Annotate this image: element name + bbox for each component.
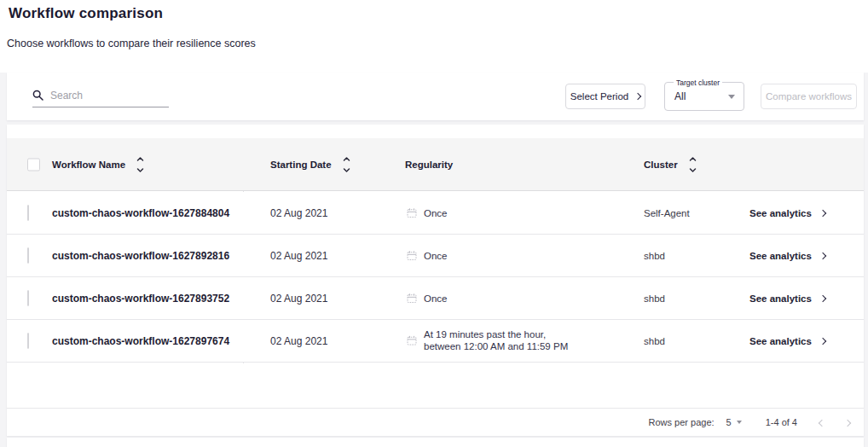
select-all-checkbox[interactable]: [27, 158, 40, 171]
next-page-button[interactable]: [845, 417, 850, 427]
calendar-icon: [407, 251, 417, 261]
regularity-text: Once: [424, 249, 448, 262]
select-period-label: Select Period: [570, 91, 628, 102]
sort-desc-icon: [689, 167, 697, 172]
regularity-text: At 19 minutes past the hour, between 12:…: [424, 328, 568, 354]
sort-workflow-name[interactable]: [136, 156, 144, 172]
see-analytics-link[interactable]: See analytics: [749, 251, 825, 261]
toolbar-card: Select Period Target cluster All Compare…: [7, 73, 864, 120]
workflow-name: custom-chaos-workflow-1627892816: [52, 250, 229, 262]
see-analytics-label: See analytics: [749, 251, 812, 261]
column-header-regularity: Regularity: [405, 160, 453, 170]
see-analytics-label: See analytics: [749, 336, 812, 346]
target-cluster-label: Target cluster: [674, 78, 722, 87]
table-header-row: Workflow Name Starting Date Regularity: [7, 138, 864, 191]
table-row: custom-chaos-workflow-1627897674 02 Aug …: [7, 320, 864, 363]
regularity-cell: Once: [407, 249, 448, 262]
sort-asc-icon: [136, 156, 144, 161]
chevron-right-icon: [819, 252, 826, 258]
chevron-left-icon: [819, 420, 825, 427]
sort-cluster[interactable]: [689, 156, 697, 172]
search-icon: [32, 90, 43, 101]
starting-date: 02 Aug 2021: [270, 207, 327, 219]
page-subtitle: Choose workflows to compare their resili…: [7, 38, 256, 49]
see-analytics-label: See analytics: [749, 293, 812, 304]
select-period-button[interactable]: Select Period: [565, 84, 645, 109]
table-body: custom-chaos-workflow-1627884804 02 Aug …: [7, 192, 864, 363]
target-cluster-select[interactable]: Target cluster All: [664, 82, 744, 111]
cluster-name: Self-Agent: [644, 208, 690, 218]
sort-desc-icon: [343, 167, 350, 172]
see-analytics-link[interactable]: See analytics: [749, 336, 825, 346]
chevron-right-icon: [819, 337, 826, 344]
next-section-edge: [7, 438, 864, 447]
search-input[interactable]: [50, 90, 169, 102]
regularity-text: Once: [424, 206, 448, 219]
page-header: Workflow comparison Choose workflows to …: [0, 0, 868, 73]
rows-per-page-select[interactable]: 5: [726, 417, 742, 427]
pagination-bar: Rows per page: 5 1-4 of 4: [7, 408, 864, 436]
content-backdrop: Select Period Target cluster All Compare…: [0, 73, 868, 447]
row-checkbox[interactable]: [27, 247, 29, 264]
workflow-name: custom-chaos-workflow-1627884804: [52, 207, 229, 219]
starting-date: 02 Aug 2021: [270, 293, 327, 305]
see-analytics-link[interactable]: See analytics: [749, 208, 825, 218]
column-header-starting-date: Starting Date: [270, 160, 332, 170]
starting-date: 02 Aug 2021: [270, 250, 327, 262]
calendar-icon: [407, 293, 417, 304]
workflows-table-card: Workflow Name Starting Date Regularity: [7, 125, 864, 436]
chevron-right-icon: [634, 93, 641, 100]
row-checkbox[interactable]: [27, 290, 29, 306]
table-row: custom-chaos-workflow-1627893752 02 Aug …: [7, 277, 864, 320]
chevron-right-icon: [819, 209, 826, 216]
compare-workflows-button[interactable]: Compare workflows: [761, 84, 857, 109]
regularity-text: Once: [424, 292, 448, 305]
calendar-icon: [407, 208, 417, 218]
see-analytics-label: See analytics: [749, 208, 812, 218]
table-row: custom-chaos-workflow-1627892816 02 Aug …: [7, 235, 864, 277]
rows-per-page-label: Rows per page:: [649, 417, 715, 427]
pagination-range: 1-4 of 4: [766, 417, 797, 427]
caret-down-icon: [728, 95, 735, 99]
previous-page-button[interactable]: [819, 417, 825, 427]
search-field[interactable]: [32, 84, 169, 107]
see-analytics-link[interactable]: See analytics: [749, 293, 825, 304]
rows-per-page-value: 5: [726, 417, 732, 427]
sort-desc-icon: [136, 167, 144, 172]
chevron-right-icon: [819, 294, 826, 301]
sort-starting-date[interactable]: [343, 156, 350, 172]
column-header-cluster: Cluster: [644, 160, 678, 170]
page-title: Workflow comparison: [9, 5, 163, 22]
regularity-cell: Once: [407, 292, 448, 305]
regularity-cell: Once: [407, 206, 448, 219]
column-header-workflow-name: Workflow Name: [52, 160, 125, 170]
workflow-comparison-page: Workflow comparison Choose workflows to …: [0, 0, 868, 447]
regularity-cell: At 19 minutes past the hour, between 12:…: [407, 328, 568, 354]
table-row: custom-chaos-workflow-1627884804 02 Aug …: [7, 192, 864, 235]
chevron-right-icon: [844, 420, 851, 427]
workflow-name: custom-chaos-workflow-1627897674: [52, 335, 229, 347]
row-checkbox[interactable]: [27, 205, 29, 221]
target-cluster-value: All: [674, 90, 686, 102]
workflow-name: custom-chaos-workflow-1627893752: [52, 293, 229, 305]
calendar-icon: [407, 336, 417, 346]
starting-date: 02 Aug 2021: [270, 335, 327, 347]
caret-down-icon: [737, 421, 742, 424]
sort-asc-icon: [689, 156, 697, 161]
cluster-name: shbd: [644, 336, 665, 346]
cluster-name: shbd: [644, 251, 665, 261]
row-checkbox[interactable]: [27, 333, 29, 349]
cluster-name: shbd: [644, 293, 665, 304]
sort-asc-icon: [343, 156, 350, 161]
